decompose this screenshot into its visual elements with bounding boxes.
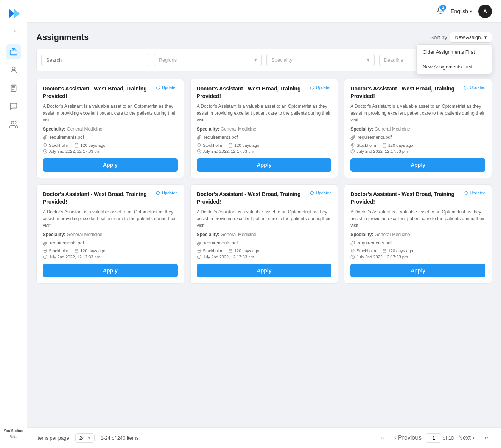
card-days-ago: 120 days ago <box>228 249 259 253</box>
assignment-card: Doctor's Assistant - West Broad, Trainin… <box>344 184 492 284</box>
topbar: 2 English ▾ A <box>27 0 501 23</box>
card-file: requirements.pdf <box>350 240 485 246</box>
card-description: A Doctor's Assistant is a valuable asset… <box>350 208 485 229</box>
card-days-ago: 120 days ago <box>74 143 105 148</box>
sidebar-item-person[interactable] <box>6 62 21 78</box>
card-updated-badge: Updated <box>156 191 178 195</box>
speciality-placeholder: Speciality <box>271 57 293 63</box>
card-title: Doctor's Assistant - West Broad, Trainin… <box>350 85 461 100</box>
current-page-input[interactable] <box>426 433 441 443</box>
next-page-button[interactable]: Next <box>455 433 479 443</box>
card-description: A Doctor's Assistant is a valuable asset… <box>43 208 178 229</box>
svg-rect-22 <box>383 144 386 147</box>
pagination-bar: Items per page 12244896 1-24 of 240 item… <box>27 427 501 448</box>
card-meta-row-2: July 2nd 2022, 12:17:33 pm <box>197 149 332 154</box>
card-description: A Doctor's Assistant is a valuable asset… <box>43 103 178 123</box>
card-days-ago: 120 days ago <box>382 249 413 253</box>
sort-option-older[interactable]: Older Assignments First <box>417 45 492 59</box>
sidebar: → YouMedico Beta <box>0 0 27 448</box>
sidebar-item-assignments[interactable] <box>6 44 21 59</box>
card-datetime: July 2nd 2022, 12:17:33 pm <box>43 255 100 259</box>
assignment-card: Doctor's Assistant - West Broad, Trainin… <box>344 79 492 178</box>
card-header: Doctor's Assistant - West Broad, Trainin… <box>43 85 178 100</box>
card-updated-badge: Updated <box>464 191 485 195</box>
svg-point-8 <box>11 121 14 124</box>
apply-button[interactable]: Apply <box>43 264 178 277</box>
per-page-select[interactable]: 12244896 <box>75 433 95 443</box>
card-datetime: July 2nd 2022, 12:17:33 pm <box>350 149 408 154</box>
card-updated-badge: Updated <box>156 85 178 90</box>
language-selector[interactable]: English ▾ <box>451 8 472 14</box>
svg-point-15 <box>198 145 199 146</box>
apply-button[interactable]: Apply <box>350 158 485 172</box>
card-description: A Doctor's Assistant is a valuable asset… <box>350 103 485 123</box>
apply-button[interactable]: Apply <box>43 158 178 172</box>
speciality-chevron-icon: ▾ <box>367 57 370 63</box>
apply-button[interactable]: Apply <box>350 264 485 277</box>
previous-label: Previous <box>398 434 422 441</box>
search-input[interactable] <box>41 54 149 66</box>
sidebar-brand-area: YouMedico Beta <box>3 429 23 442</box>
regions-chevron-icon: ▾ <box>254 57 257 63</box>
svg-point-27 <box>45 250 46 251</box>
card-meta: Stockholm 120 days ago July 2nd 2022, 12… <box>43 249 178 259</box>
card-meta-row-2: July 2nd 2022, 12:17:33 pm <box>43 149 178 154</box>
sort-area: Sort by New Assign. ▾ Older Assignments … <box>430 32 492 43</box>
items-per-page-label: Items per page <box>36 435 69 441</box>
notifications-button[interactable]: 2 <box>436 6 445 16</box>
sidebar-toggle-arrow[interactable]: → <box>10 27 17 35</box>
svg-point-9 <box>45 145 46 146</box>
apply-button[interactable]: Apply <box>197 264 332 277</box>
card-location: Stockholm <box>350 249 376 253</box>
card-description: A Doctor's Assistant is a valuable asset… <box>197 103 332 123</box>
items-count: 1-24 of 240 items <box>101 435 138 441</box>
sidebar-item-clipboard[interactable] <box>6 81 21 96</box>
svg-rect-28 <box>75 249 78 253</box>
svg-rect-16 <box>229 144 232 147</box>
card-speciality: Speciality: General Medicine <box>43 126 178 132</box>
sidebar-item-people[interactable] <box>6 117 21 132</box>
card-title: Doctor's Assistant - West Broad, Trainin… <box>43 85 153 100</box>
card-days-ago: 120 days ago <box>228 143 259 148</box>
sort-option-newer[interactable]: New Assignments First <box>417 59 492 74</box>
card-meta-row-2: July 2nd 2022, 12:17:33 pm <box>43 255 178 259</box>
assignment-card: Doctor's Assistant - West Broad, Trainin… <box>36 79 184 178</box>
regions-placeholder: Regions <box>159 57 177 63</box>
svg-rect-34 <box>229 249 232 253</box>
card-meta-row-1: Stockholm 120 days ago <box>43 143 178 148</box>
card-file: requirements.pdf <box>350 135 485 140</box>
card-meta: Stockholm 120 days ago July 2nd 2022, 12… <box>197 249 332 259</box>
card-description: A Doctor's Assistant is a valuable asset… <box>197 208 332 229</box>
total-pages-label: of 10 <box>443 435 454 441</box>
assignment-card: Doctor's Assistant - West Broad, Trainin… <box>36 184 184 284</box>
regions-select[interactable]: Regions ▾ <box>154 54 262 66</box>
first-page-button[interactable] <box>377 434 388 442</box>
card-location: Stockholm <box>350 143 376 148</box>
total-pages-value: 10 <box>448 435 454 441</box>
card-speciality: Speciality: General Medicine <box>350 232 485 237</box>
card-speciality: Speciality: General Medicine <box>197 126 332 132</box>
sidebar-logo[interactable] <box>6 6 21 23</box>
sort-button[interactable]: New Assign. ▾ <box>450 32 492 43</box>
sidebar-item-chat[interactable] <box>6 99 21 114</box>
card-title: Doctor's Assistant - West Broad, Trainin… <box>350 191 461 205</box>
card-header: Doctor's Assistant - West Broad, Trainin… <box>350 191 485 205</box>
card-datetime: July 2nd 2022, 12:17:33 pm <box>350 255 408 259</box>
svg-marker-1 <box>14 9 20 18</box>
svg-marker-0 <box>9 9 14 18</box>
card-header: Doctor's Assistant - West Broad, Trainin… <box>197 85 332 100</box>
card-meta-row-1: Stockholm 120 days ago <box>350 143 485 148</box>
previous-page-button[interactable]: Previous <box>390 433 425 443</box>
brand-beta: Beta <box>9 435 17 439</box>
apply-button[interactable]: Apply <box>197 158 332 172</box>
card-updated-badge: Updated <box>310 191 332 195</box>
card-file: requirements.pdf <box>197 240 332 246</box>
svg-point-21 <box>352 145 353 146</box>
svg-rect-2 <box>10 50 17 55</box>
svg-point-39 <box>352 250 353 251</box>
last-page-button[interactable] <box>481 434 492 442</box>
speciality-select[interactable]: Speciality ▾ <box>266 54 375 66</box>
user-avatar[interactable]: A <box>478 5 492 18</box>
sort-dropdown: Older Assignments First New Assignments … <box>416 44 492 75</box>
svg-point-33 <box>198 250 199 251</box>
